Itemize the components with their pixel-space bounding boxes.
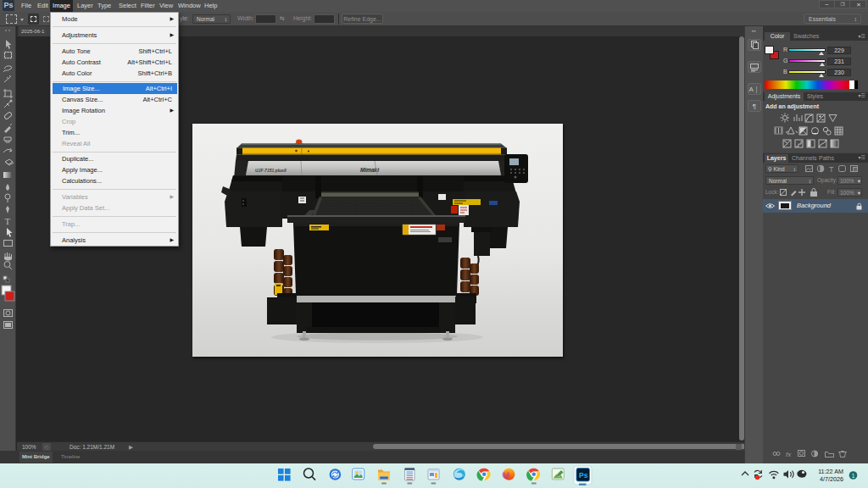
svg-text:T: T <box>829 165 834 174</box>
svg-text:1: 1 <box>852 473 855 479</box>
svg-text:UJF-7151 plusII: UJF-7151 plusII <box>255 168 287 173</box>
svg-text:11:22 AM: 11:22 AM <box>818 468 843 475</box>
svg-text:Ps: Ps <box>579 471 588 480</box>
svg-text:4/7/2026: 4/7/2026 <box>820 475 843 483</box>
svg-text:T: T <box>5 216 11 226</box>
svg-text:fx: fx <box>786 451 792 458</box>
